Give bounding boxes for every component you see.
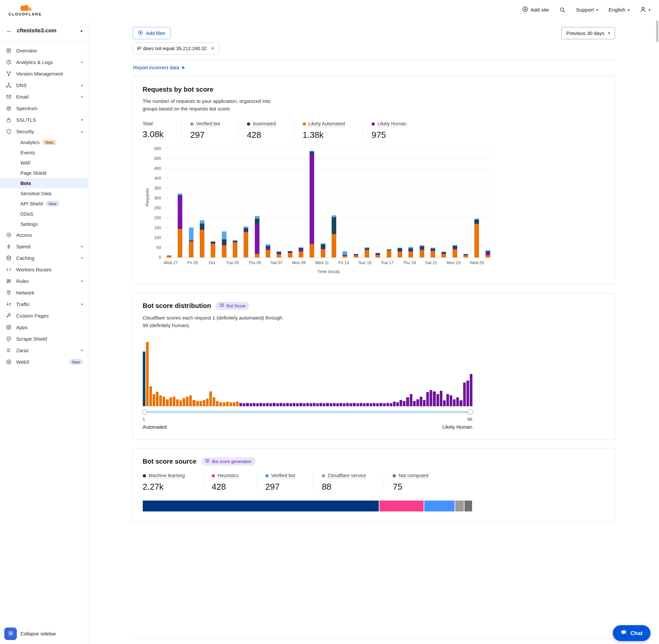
chart-bar[interactable] — [361, 149, 372, 257]
bar-segment-likely-automated[interactable] — [211, 244, 215, 257]
chart-bar[interactable] — [449, 149, 460, 257]
histogram-bar[interactable] — [263, 403, 265, 406]
histogram-bar[interactable] — [226, 401, 229, 406]
sidebar-item-apps[interactable]: Apps — [0, 322, 88, 333]
sidebar-item-access[interactable]: Access — [0, 229, 88, 241]
histogram-bar[interactable] — [219, 402, 222, 406]
bar-segment-likely-automated[interactable] — [200, 230, 204, 257]
source-segment-verified-bot[interactable] — [424, 501, 455, 511]
histogram-bar[interactable] — [246, 403, 249, 406]
sidebar-item-waf[interactable]: WAF — [0, 158, 88, 168]
histogram-bar[interactable] — [239, 403, 242, 406]
bar-segment-likely-automated[interactable] — [364, 250, 369, 257]
chart-bar[interactable] — [460, 149, 471, 257]
chart-bar[interactable] — [339, 149, 350, 257]
bar-segment-verified-bot[interactable] — [200, 220, 204, 224]
histogram-bar[interactable] — [173, 397, 175, 406]
date-range-select[interactable]: Previous 30 days ▾ — [561, 27, 615, 39]
chart-bar[interactable] — [383, 149, 394, 257]
histogram-bar[interactable] — [383, 403, 386, 406]
chart-bar[interactable] — [252, 149, 262, 257]
histogram-bar[interactable] — [213, 397, 215, 406]
chart-bar[interactable] — [373, 149, 383, 257]
bar-segment-automated[interactable] — [408, 248, 413, 251]
histogram-bar[interactable] — [353, 403, 355, 406]
chart-bar[interactable] — [196, 149, 207, 257]
bar-segment-likely-automated[interactable] — [453, 249, 457, 257]
support-menu[interactable]: Support ▾ — [576, 7, 598, 13]
bar-segment-likely-automated[interactable] — [376, 255, 380, 257]
bar-segment-automated[interactable] — [453, 246, 457, 248]
chart-bar[interactable] — [218, 149, 230, 257]
bar-segment-likely-human[interactable] — [486, 252, 490, 255]
stat-label[interactable]: Automated — [253, 121, 276, 127]
chart-bar[interactable] — [284, 149, 296, 257]
histogram-bar[interactable] — [199, 401, 202, 406]
chart-bar[interactable] — [482, 149, 493, 257]
sidebar-item-scrape-shield[interactable]: Scrape Shield — [0, 333, 88, 345]
histogram-bar[interactable] — [289, 403, 292, 406]
histogram-bar[interactable] — [467, 381, 469, 406]
chart-bar[interactable] — [427, 149, 438, 257]
sidebar-item-bots[interactable]: Bots — [0, 178, 88, 188]
histogram-bar[interactable] — [346, 403, 349, 406]
stat-label[interactable]: Likely Human — [377, 121, 406, 127]
source-segment-cloudflare-service[interactable] — [455, 501, 465, 511]
stat-label[interactable]: Verified bot — [271, 473, 296, 479]
sidebar-item-spectrum[interactable]: Spectrum — [0, 102, 88, 114]
bar-segment-automated[interactable] — [398, 248, 402, 251]
add-filter-button[interactable]: Add filter — [133, 27, 171, 39]
sidebar-item-network[interactable]: Network — [0, 287, 88, 298]
source-segment-not-computed[interactable] — [465, 501, 472, 511]
slider-track[interactable] — [143, 411, 472, 413]
sidebar-item-events[interactable]: Events — [0, 147, 88, 158]
histogram-bar[interactable] — [349, 403, 352, 406]
bar-segment-likely-automated[interactable] — [420, 250, 424, 257]
slider-handle-min[interactable] — [142, 409, 147, 414]
bar-segment-likely-automated[interactable] — [408, 252, 413, 257]
bar-segment-likely-automated[interactable] — [354, 255, 358, 257]
histogram-bar[interactable] — [446, 394, 449, 406]
sidebar-item-rules[interactable]: Rules▾ — [0, 275, 88, 287]
histogram-bar[interactable] — [269, 403, 272, 406]
chart-bar[interactable] — [296, 149, 306, 257]
chart-bar[interactable] — [175, 149, 186, 257]
bar-segment-likely-automated[interactable] — [464, 255, 468, 257]
bar-segment-automated[interactable] — [222, 239, 227, 245]
histogram-bar[interactable] — [463, 383, 466, 406]
bar-segment-automated[interactable] — [321, 244, 325, 248]
histogram-bar[interactable] — [379, 403, 382, 406]
histogram-bar[interactable] — [223, 402, 226, 406]
histogram-bar[interactable] — [333, 403, 336, 406]
bar-segment-automated[interactable] — [200, 224, 204, 229]
histogram-bar[interactable] — [373, 403, 376, 406]
sidebar-item-version-management[interactable]: Version Management — [0, 68, 88, 79]
bar-segment-likely-automated[interactable] — [167, 256, 171, 257]
bar-segment-likely-automated[interactable] — [332, 234, 336, 257]
sidebar-item-speed[interactable]: Speed▾ — [0, 241, 88, 252]
sidebar-item-analytics[interactable]: AnalyticsBeta — [0, 137, 88, 147]
stat-label[interactable]: Machine learning — [149, 473, 185, 479]
histogram-bar[interactable] — [386, 403, 389, 406]
histogram-bar[interactable] — [176, 399, 179, 407]
histogram-bar[interactable] — [437, 394, 439, 406]
histogram-bar[interactable] — [366, 403, 369, 406]
remove-filter-icon[interactable]: ✕ — [211, 46, 215, 51]
sidebar-item-sensitive-data[interactable]: Sensitive Data — [0, 188, 88, 199]
bar-segment-likely-automated[interactable] — [398, 252, 402, 257]
bar-segment-likely-human[interactable] — [178, 196, 182, 229]
sidebar-item-workers-routes[interactable]: Workers Routes — [0, 264, 88, 275]
chart-bar[interactable] — [307, 149, 317, 257]
histogram-bar[interactable] — [179, 400, 182, 406]
histogram-bar[interactable] — [233, 402, 235, 406]
histogram-bar[interactable] — [443, 400, 446, 406]
account-menu[interactable]: ▾ — [640, 6, 651, 14]
histogram-bar[interactable] — [259, 403, 262, 406]
collapse-sidebar[interactable]: Collapse sidebar — [20, 631, 56, 637]
search-icon[interactable] — [560, 7, 565, 13]
bar-segment-verified-bot[interactable] — [255, 216, 259, 218]
histogram-bar[interactable] — [159, 395, 162, 406]
bar-segment-likely-automated[interactable] — [222, 245, 227, 257]
bar-segment-likely-automated[interactable] — [277, 254, 281, 257]
bar-segment-likely-human[interactable] — [266, 248, 270, 250]
